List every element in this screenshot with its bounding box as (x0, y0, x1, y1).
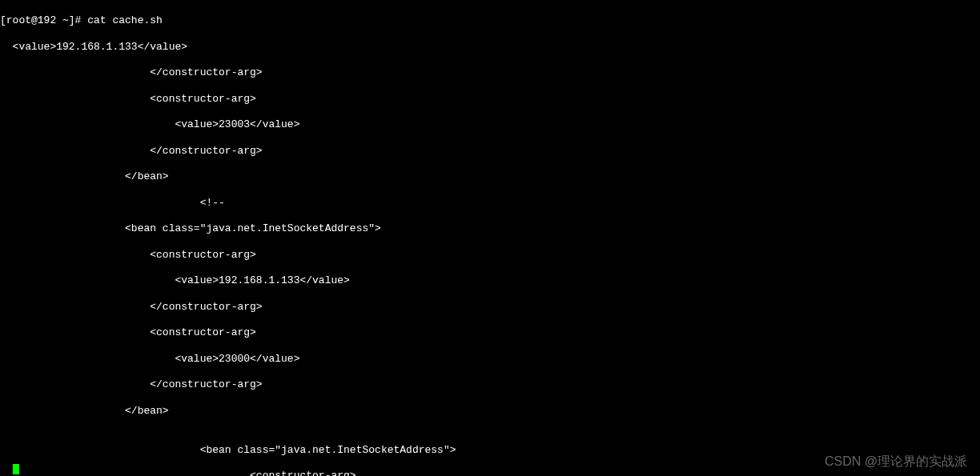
terminal-line: <constructor-arg> (0, 93, 980, 106)
terminal-line: </constructor-arg> (0, 66, 980, 79)
terminal-line: <value>192.168.1.133</value> (0, 41, 980, 54)
terminal-line: <bean class="java.net.InetSocketAddress"… (0, 222, 980, 235)
watermark-text: CSDN @理论界的实战派 (825, 454, 967, 470)
terminal-line: <!-- (0, 197, 980, 210)
terminal-line: <value>23000</value> (0, 353, 980, 366)
terminal-line: <constructor-arg> (0, 326, 980, 339)
terminal-line: <constructor-arg> (0, 249, 980, 262)
terminal-prompt-line: [root@192 ~]# cat cache.sh (0, 14, 980, 27)
terminal-line: <constructor-arg> (0, 470, 980, 476)
terminal-line: </constructor-arg> (0, 145, 980, 158)
terminal-line: </bean> (0, 405, 980, 418)
terminal-line: <value>192.168.1.133</value> (0, 274, 980, 287)
terminal-line: <value>23003</value> (0, 118, 980, 131)
terminal-output[interactable]: [root@192 ~]# cat cache.sh <value>192.16… (0, 0, 980, 476)
terminal-line: </constructor-arg> (0, 378, 980, 391)
terminal-line: </constructor-arg> (0, 301, 980, 314)
cursor-indicator (13, 464, 19, 474)
terminal-line: </bean> (0, 170, 980, 183)
